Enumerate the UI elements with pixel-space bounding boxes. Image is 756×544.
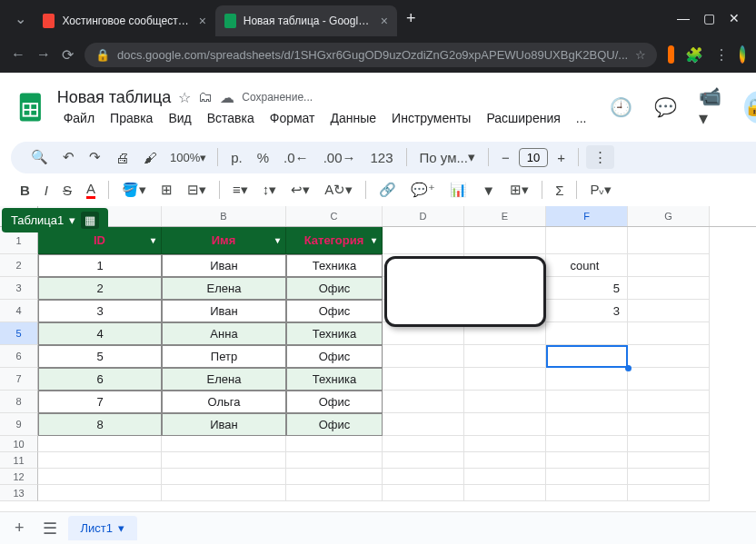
percent-button[interactable]: % bbox=[252, 146, 274, 169]
cell[interactable] bbox=[383, 391, 464, 413]
cell[interactable] bbox=[628, 485, 710, 501]
table-icon[interactable]: ▦ bbox=[81, 212, 99, 229]
col-header[interactable]: D bbox=[383, 206, 464, 226]
strikethrough-button[interactable]: S bbox=[57, 179, 77, 202]
cell[interactable]: 5 bbox=[546, 277, 628, 300]
cell[interactable] bbox=[286, 469, 383, 485]
cell[interactable]: Офис bbox=[286, 300, 383, 322]
cloud-status-icon[interactable]: ☁ bbox=[220, 89, 234, 106]
cell[interactable]: Офис bbox=[286, 413, 383, 436]
cell[interactable] bbox=[286, 452, 383, 469]
number-format-dropdown[interactable]: 123 bbox=[364, 146, 398, 169]
cell[interactable]: Техника bbox=[286, 254, 383, 277]
cell[interactable] bbox=[546, 391, 628, 413]
cell[interactable] bbox=[546, 452, 628, 469]
cell[interactable] bbox=[464, 485, 546, 501]
comments-icon[interactable]: 💬 bbox=[649, 91, 682, 124]
menu-insert[interactable]: Вставка bbox=[201, 109, 261, 127]
cell[interactable]: Ольга bbox=[162, 391, 286, 413]
cell[interactable]: 5 bbox=[38, 345, 162, 368]
cell[interactable] bbox=[286, 436, 383, 452]
cell[interactable] bbox=[464, 227, 546, 254]
redo-button[interactable]: ↷ bbox=[84, 145, 106, 169]
currency-button[interactable]: р. bbox=[225, 146, 248, 169]
cell[interactable]: 3 bbox=[546, 300, 628, 322]
cell[interactable] bbox=[383, 368, 464, 391]
fill-color-button[interactable]: 🪣▾ bbox=[116, 178, 152, 202]
filter-button[interactable]: ▼ bbox=[476, 179, 501, 202]
sheets-logo-icon[interactable] bbox=[15, 91, 46, 124]
menu-file[interactable]: Файл bbox=[57, 109, 101, 127]
cell[interactable] bbox=[383, 413, 464, 436]
toolbar-more-button[interactable]: ⋮ bbox=[586, 145, 614, 169]
cell[interactable] bbox=[383, 345, 464, 368]
cell[interactable]: 7 bbox=[38, 391, 162, 413]
undo-button[interactable]: ↶ bbox=[57, 145, 80, 169]
cell[interactable] bbox=[546, 227, 628, 254]
col-header[interactable]: B bbox=[162, 206, 286, 226]
cell[interactable] bbox=[464, 391, 546, 413]
row-header[interactable]: 2 bbox=[0, 254, 38, 277]
filter-views-button[interactable]: ⊞▾ bbox=[504, 178, 534, 202]
menu-view[interactable]: Вид bbox=[162, 109, 197, 127]
row-header[interactable]: 4 bbox=[0, 300, 38, 322]
cell[interactable] bbox=[383, 485, 464, 501]
row-header[interactable]: 10 bbox=[0, 436, 38, 452]
cell[interactable] bbox=[464, 436, 546, 452]
pv-button[interactable]: Рᵥ ▾ bbox=[584, 178, 617, 202]
minimize-button[interactable]: — bbox=[677, 11, 690, 25]
cell[interactable] bbox=[546, 485, 628, 501]
star-icon[interactable]: ☆ bbox=[178, 89, 191, 106]
merge-button[interactable]: ⊟▾ bbox=[182, 178, 212, 202]
cell[interactable] bbox=[162, 485, 286, 501]
add-sheet-button[interactable]: + bbox=[7, 515, 32, 541]
sheet-tab[interactable]: Лист1 ▾ bbox=[68, 516, 137, 540]
cell[interactable] bbox=[546, 322, 628, 345]
increase-font-button[interactable]: + bbox=[552, 146, 571, 169]
cell[interactable] bbox=[628, 227, 710, 254]
bold-button[interactable]: B bbox=[15, 179, 35, 202]
cell[interactable]: Анна bbox=[162, 322, 286, 345]
url-input[interactable]: 🔒 docs.google.com/spreadsheets/d/1SHGxr6… bbox=[85, 43, 657, 67]
paint-format-button[interactable]: 🖌 bbox=[138, 146, 163, 169]
menu-button[interactable]: ⋮ bbox=[714, 46, 729, 64]
decrease-font-button[interactable]: − bbox=[496, 146, 515, 169]
cell[interactable]: Иван bbox=[162, 413, 286, 436]
menu-edit[interactable]: Правка bbox=[104, 109, 159, 127]
comment-button[interactable]: 💬⁺ bbox=[405, 178, 441, 202]
zoom-dropdown[interactable]: 100% ▾ bbox=[166, 151, 210, 164]
cell[interactable] bbox=[38, 436, 162, 452]
cell[interactable]: Елена bbox=[162, 277, 286, 300]
col-header[interactable]: C bbox=[286, 206, 383, 226]
sheet-tab-dropdown-icon[interactable]: ▾ bbox=[118, 521, 124, 535]
text-color-button[interactable]: A bbox=[81, 177, 101, 203]
cell[interactable]: 1 bbox=[38, 254, 162, 277]
link-button[interactable]: 🔗 bbox=[373, 178, 402, 202]
borders-button[interactable]: ⊞ bbox=[155, 178, 178, 202]
cell[interactable] bbox=[628, 345, 710, 368]
menu-more[interactable]: ... bbox=[570, 109, 593, 127]
cell[interactable]: 2 bbox=[38, 277, 162, 300]
cell[interactable]: 6 bbox=[38, 368, 162, 391]
menu-data[interactable]: Данные bbox=[324, 109, 383, 127]
cell[interactable] bbox=[286, 485, 383, 501]
forward-button[interactable]: → bbox=[36, 46, 51, 63]
wrap-button[interactable]: ↩▾ bbox=[285, 178, 315, 202]
font-size-input[interactable]: 10 bbox=[519, 148, 548, 167]
cell[interactable]: Петр bbox=[162, 345, 286, 368]
cell[interactable] bbox=[628, 368, 710, 391]
cell[interactable]: count bbox=[546, 254, 628, 277]
row-header[interactable]: 9 bbox=[0, 413, 38, 436]
star-icon[interactable]: ☆ bbox=[635, 48, 646, 62]
cell[interactable] bbox=[162, 469, 286, 485]
row-header[interactable]: 6 bbox=[0, 345, 38, 368]
cell[interactable]: Иван bbox=[162, 300, 286, 322]
cell[interactable] bbox=[38, 485, 162, 501]
browser-tab[interactable]: Хостинговое сообщество «Tim × bbox=[34, 5, 215, 36]
valign-button[interactable]: ↕▾ bbox=[257, 178, 283, 202]
col-header[interactable]: G bbox=[628, 206, 710, 226]
menu-format[interactable]: Формат bbox=[264, 109, 322, 127]
cell[interactable] bbox=[628, 436, 710, 452]
move-icon[interactable]: 🗂 bbox=[198, 89, 213, 105]
cell[interactable] bbox=[162, 452, 286, 469]
